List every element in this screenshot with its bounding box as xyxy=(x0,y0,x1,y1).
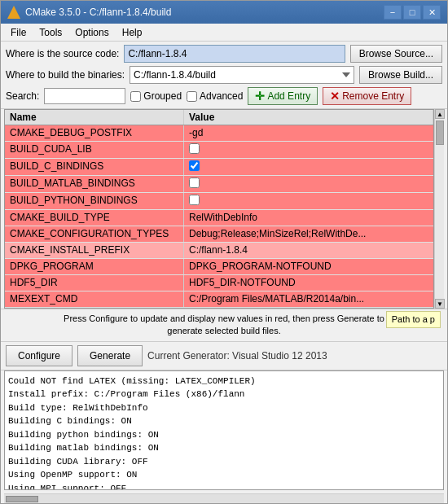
log-line: Building C bindings: ON xyxy=(8,414,440,428)
table-cell-value: DPKG_PROGRAM-NOTFOUND xyxy=(184,259,433,274)
cell-checkbox[interactable] xyxy=(189,177,200,188)
menu-tools[interactable]: Tools xyxy=(33,25,68,40)
remove-entry-button[interactable]: ✕ Remove Entry xyxy=(323,87,411,105)
table-cell-name: BUILD_MATLAB_BINDINGS xyxy=(5,176,184,192)
scroll-up-button[interactable]: ▲ xyxy=(435,109,445,119)
main-window: CMake 3.5.0 - C:/flann-1.8.4/build − □ ✕… xyxy=(0,0,448,504)
generate-button[interactable]: Generate xyxy=(77,345,143,366)
table-row[interactable]: BUILD_PYTHON_BINDINGS xyxy=(5,193,433,210)
configure-button[interactable]: Configure xyxy=(6,345,72,366)
table-row[interactable]: CMAKE_DEBUG_POSTFIX-gd xyxy=(5,125,433,142)
table-body: CMAKE_DEBUG_POSTFIX-gdBUILD_CUDA_LIBBUIL… xyxy=(5,125,433,308)
table-cell-value[interactable] xyxy=(184,176,433,192)
grouped-checkbox[interactable] xyxy=(130,91,141,102)
table-cell-name: BUILD_C_BINDINGS xyxy=(5,159,184,175)
entries-table-wrapper: Name Value CMAKE_DEBUG_POSTFIX-gdBUILD_C… xyxy=(4,109,444,309)
menu-help[interactable]: Help xyxy=(116,25,149,40)
browse-source-button[interactable]: Browse Source... xyxy=(350,45,442,63)
table-row[interactable]: CMAKE_INSTALL_PREFIXC:/flann-1.8.4 xyxy=(5,243,433,259)
table-cell-value: RelWithDebInfo xyxy=(184,210,433,226)
table-row[interactable]: BUILD_CUDA_LIB xyxy=(5,142,433,159)
log-line: Building CUDA library: OFF xyxy=(8,455,440,469)
source-label: Where is the source code: xyxy=(6,48,119,59)
advanced-checkbox[interactable] xyxy=(187,91,197,102)
log-line: Using MPI support: OFF xyxy=(8,482,440,490)
app-icon xyxy=(7,6,20,19)
title-bar: CMake 3.5.0 - C:/flann-1.8.4/build − □ ✕ xyxy=(1,1,447,24)
bottom-toolbar: Configure Generate Current Generator: Vi… xyxy=(1,342,447,370)
log-line: Building matlab bindings: ON xyxy=(8,441,440,455)
status-bar: Press Configure to update and display ne… xyxy=(1,309,447,342)
table-row[interactable]: HDF5_DIRHDF5_DIR-NOTFOUND xyxy=(5,275,433,291)
browse-build-button[interactable]: Browse Build... xyxy=(359,66,442,84)
table-cell-value[interactable] xyxy=(184,193,433,209)
table-cell-value: -gd xyxy=(184,125,433,141)
horizontal-scroll-thumb[interactable] xyxy=(6,496,38,502)
build-dropdown[interactable]: C:/flann-1.8.4/build xyxy=(130,66,354,84)
table-cell-name: CMAKE_CONFIGURATION_TYPES xyxy=(5,226,184,242)
build-row: Where to build the binaries: C:/flann-1.… xyxy=(6,66,442,84)
table-row[interactable]: MEXEXT_CMDC:/Program Files/MATLAB/R2014a… xyxy=(5,291,433,308)
scroll-thumb[interactable] xyxy=(436,121,444,145)
minimize-button[interactable]: − xyxy=(384,5,402,20)
status-line2: generate selected build files. xyxy=(167,326,280,335)
table-cell-name: CMAKE_BUILD_TYPE xyxy=(5,210,184,226)
toolbar: Where is the source code: Browse Source.… xyxy=(1,42,447,109)
menu-options[interactable]: Options xyxy=(68,25,115,40)
table-cell-name: HDF5_DIR xyxy=(5,275,184,291)
table-cell-name: BUILD_PYTHON_BINDINGS xyxy=(5,193,184,209)
search-label: Search: xyxy=(6,90,39,102)
table-cell-name: DPKG_PROGRAM xyxy=(5,259,184,274)
table-cell-value: C:/Program Files/MATLAB/R2014a/bin... xyxy=(184,291,433,307)
maximize-button[interactable]: □ xyxy=(403,5,421,20)
horizontal-scrollbar[interactable] xyxy=(4,493,444,503)
table-cell-value: HDF5_DIR-NOTFOUND xyxy=(184,275,433,291)
source-input[interactable] xyxy=(124,45,345,63)
value-column-header: Value xyxy=(184,110,433,125)
scroll-track xyxy=(435,119,444,299)
source-row: Where is the source code: Browse Source.… xyxy=(6,45,442,63)
cell-checkbox[interactable] xyxy=(189,143,200,154)
table-row[interactable]: CMAKE_BUILD_TYPERelWithDebInfo xyxy=(5,210,433,226)
menu-file[interactable]: File xyxy=(4,25,33,40)
log-line: Install prefix: C:/Program Files (x86)/f… xyxy=(8,388,440,401)
grouped-checkbox-label[interactable]: Grouped xyxy=(130,90,182,102)
table-cell-value: C:/flann-1.8.4 xyxy=(184,243,433,258)
table-cell-name: CMAKE_INSTALL_PREFIX xyxy=(5,243,184,258)
x-icon: ✕ xyxy=(330,90,340,103)
table-cell-value: Debug;Release;MinSizeRel;RelWithDe... xyxy=(184,226,433,242)
search-input[interactable] xyxy=(44,88,125,104)
log-line: Build type: RelWithDebInfo xyxy=(8,401,440,415)
generator-label: Current Generator: Visual Studio 12 2013 xyxy=(147,350,327,362)
entries-table-scroll: Name Value CMAKE_DEBUG_POSTFIX-gdBUILD_C… xyxy=(4,109,434,309)
title-bar-buttons: − □ ✕ xyxy=(384,5,441,20)
table-row[interactable]: DPKG_PROGRAMDPKG_PROGRAM-NOTFOUND xyxy=(5,259,433,275)
add-entry-button[interactable]: ✛ Add Entry xyxy=(248,87,318,105)
status-line1: Press Configure to update and display ne… xyxy=(64,313,384,323)
table-cell-value[interactable] xyxy=(184,142,433,158)
scroll-down-button[interactable]: ▼ xyxy=(435,299,445,309)
plus-icon: ✛ xyxy=(255,90,265,103)
table-cell-name: BUILD_CUDA_LIB xyxy=(5,142,184,158)
search-row: Search: Grouped Advanced ✛ Add Entry ✕ R… xyxy=(6,87,442,105)
table-header: Name Value xyxy=(5,110,433,125)
table-cell-name: MEXEXT_CMD xyxy=(5,291,184,307)
close-button[interactable]: ✕ xyxy=(423,5,441,20)
table-cell-name: CMAKE_DEBUG_POSTFIX xyxy=(5,125,184,141)
table-cell-value[interactable] xyxy=(184,159,433,175)
name-column-header: Name xyxy=(5,110,184,125)
table-row[interactable]: BUILD_C_BINDINGS xyxy=(5,159,433,176)
cell-checkbox[interactable] xyxy=(189,195,200,205)
menu-bar: File Tools Options Help xyxy=(1,24,447,42)
log-container[interactable]: Could NOT find LATEX (missing: LATEX_COM… xyxy=(4,370,444,490)
log-line: Could NOT find LATEX (missing: LATEX_COM… xyxy=(8,375,440,388)
advanced-checkbox-label[interactable]: Advanced xyxy=(187,90,243,102)
tooltip: Path to a p xyxy=(386,311,441,328)
table-row[interactable]: CMAKE_CONFIGURATION_TYPESDebug;Release;M… xyxy=(5,226,433,243)
cell-checkbox[interactable] xyxy=(189,160,200,171)
log-line: Using OpenMP support: ON xyxy=(8,468,440,482)
table-row[interactable]: BUILD_MATLAB_BINDINGS xyxy=(5,176,433,193)
table-scrollbar[interactable]: ▲ ▼ xyxy=(434,109,444,309)
build-label: Where to build the binaries: xyxy=(6,69,125,81)
title-bar-text: CMake 3.5.0 - C:/flann-1.8.4/build xyxy=(25,7,384,18)
